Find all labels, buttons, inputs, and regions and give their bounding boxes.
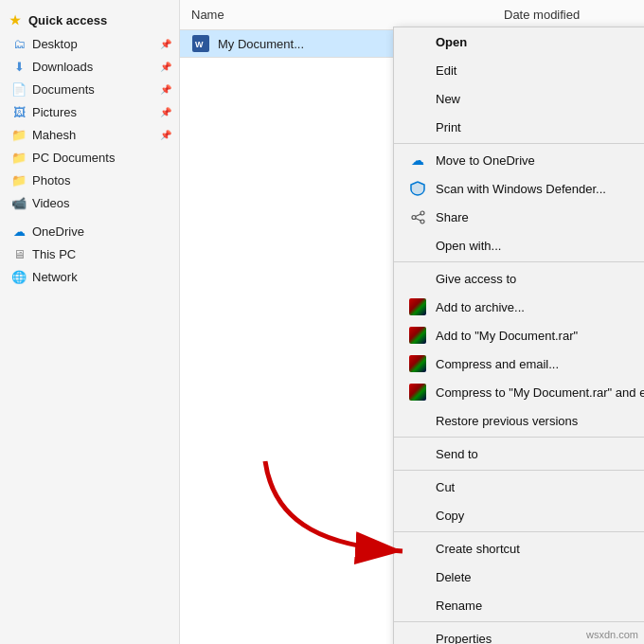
sidebar-item-photos[interactable]: 📁 Photos xyxy=(0,169,179,191)
ctx-restore-versions-label: Restore previous versions xyxy=(436,414,644,428)
sidebar-item-photos-label: Photos xyxy=(32,173,70,188)
ctx-print-icon xyxy=(409,118,426,135)
pictures-icon: 🖼 xyxy=(11,104,27,119)
sidebar-item-pictures[interactable]: 🖼 Pictures 📌 xyxy=(0,100,179,123)
sidebar-item-network[interactable]: 🌐 Network xyxy=(0,265,179,288)
main-area: Name Date modified W My Document... 27-0… xyxy=(180,0,644,644)
ctx-copy[interactable]: Copy xyxy=(394,501,644,529)
ctx-add-archive[interactable]: Add to archive... xyxy=(394,293,644,321)
file-explorer: ★ Quick access 🗂 Desktop 📌 ⬇ Downloads 📌… xyxy=(0,0,644,644)
quick-access-icon: ★ xyxy=(8,12,23,27)
ctx-sep-4 xyxy=(394,470,644,471)
sidebar-item-mahesh-label: Mahesh xyxy=(32,128,76,142)
ctx-onedrive-icon: ☁ xyxy=(409,152,426,169)
ctx-restore-versions[interactable]: Restore previous versions xyxy=(394,406,644,435)
pin-icon-downloads: 📌 xyxy=(160,62,171,72)
ctx-new[interactable]: New xyxy=(394,84,644,113)
ctx-rename[interactable]: Rename xyxy=(394,591,644,619)
pc-documents-icon: 📁 xyxy=(11,150,27,165)
videos-icon: 📹 xyxy=(11,195,27,210)
ctx-delete-icon xyxy=(409,568,426,585)
ctx-properties-icon xyxy=(409,630,426,644)
ctx-rar-icon-2 xyxy=(409,327,426,344)
ctx-share-icon xyxy=(409,208,426,225)
ctx-print-label: Print xyxy=(436,120,644,134)
sidebar-item-pc-documents-label: PC Documents xyxy=(32,151,115,165)
ctx-move-onedrive-label: Move to OneDrive xyxy=(436,153,644,168)
ctx-rename-icon xyxy=(409,597,426,614)
sidebar-item-onedrive-label: OneDrive xyxy=(32,224,84,239)
ctx-compress-email-label: Compress and email... xyxy=(436,357,644,371)
ctx-add-to-rar[interactable]: Add to "My Document.rar" xyxy=(394,321,644,349)
svg-point-4 xyxy=(420,220,424,224)
sidebar-item-downloads[interactable]: ⬇ Downloads 📌 xyxy=(0,55,179,78)
ctx-give-access[interactable]: Give access to xyxy=(394,264,644,293)
ctx-create-shortcut[interactable]: Create shortcut xyxy=(394,534,644,563)
ctx-cut-label: Cut xyxy=(436,480,644,494)
sidebar-item-desktop-label: Desktop xyxy=(32,37,78,51)
ctx-share[interactable]: Share xyxy=(394,203,644,231)
sidebar-item-videos[interactable]: 📹 Videos xyxy=(0,191,179,214)
ctx-compress-email[interactable]: Compress and email... xyxy=(394,349,644,378)
ctx-scan-defender-label: Scan with Windows Defender... xyxy=(436,182,644,196)
svg-text:W: W xyxy=(195,40,204,49)
ctx-share-label: Share xyxy=(436,210,644,224)
sidebar-section-quick-access[interactable]: ★ Quick access xyxy=(0,8,179,32)
ctx-print[interactable]: Print xyxy=(394,113,644,141)
svg-point-2 xyxy=(420,211,424,215)
ctx-send-to-icon xyxy=(409,445,426,462)
sidebar-item-desktop[interactable]: 🗂 Desktop 📌 xyxy=(0,32,179,55)
ctx-open-with-icon xyxy=(409,237,426,254)
ctx-sep-1 xyxy=(394,143,644,144)
sidebar: ★ Quick access 🗂 Desktop 📌 ⬇ Downloads 📌… xyxy=(0,0,180,644)
ctx-rar-icon-1 xyxy=(409,298,426,315)
ctx-edit[interactable]: Edit xyxy=(394,56,644,84)
ctx-open[interactable]: Open xyxy=(394,27,644,56)
ctx-delete[interactable]: Delete xyxy=(394,563,644,591)
sidebar-item-documents[interactable]: 📄 Documents 📌 xyxy=(0,78,179,100)
ctx-send-to-label: Send to xyxy=(436,447,644,461)
pin-icon-pictures: 📌 xyxy=(160,107,171,117)
svg-line-6 xyxy=(415,218,420,221)
sidebar-item-network-label: Network xyxy=(32,270,78,284)
pin-icon-mahesh: 📌 xyxy=(160,130,171,140)
context-menu: Open Edit New Print ☁ Move to OneDrive xyxy=(393,27,644,644)
ctx-new-label: New xyxy=(436,92,644,106)
word-doc-icon: W xyxy=(191,34,210,53)
sidebar-item-videos-label: Videos xyxy=(32,196,70,210)
sidebar-item-onedrive[interactable]: ☁ OneDrive xyxy=(0,220,179,242)
ctx-rar-icon-4 xyxy=(409,384,426,401)
sidebar-item-this-pc[interactable]: 🖥 This PC xyxy=(0,242,179,265)
photos-icon: 📁 xyxy=(11,172,27,188)
ctx-compress-rar-email-label: Compress to "My Document.rar" and email xyxy=(436,385,644,400)
ctx-scan-defender[interactable]: Scan with Windows Defender... xyxy=(394,174,644,203)
ctx-sep-3 xyxy=(394,437,644,438)
col-date-header: Date modified xyxy=(492,4,644,26)
ctx-send-to[interactable]: Send to xyxy=(394,439,644,468)
ctx-rename-label: Rename xyxy=(436,599,644,613)
ctx-compress-rar-email[interactable]: Compress to "My Document.rar" and email xyxy=(394,378,644,406)
svg-line-5 xyxy=(415,214,420,217)
network-icon: 🌐 xyxy=(11,269,27,284)
ctx-defender-icon xyxy=(409,180,426,197)
ctx-edit-icon xyxy=(409,62,426,79)
watermark: wsxdn.com xyxy=(586,629,638,640)
sidebar-item-pc-documents[interactable]: 📁 PC Documents xyxy=(0,146,179,169)
ctx-cut-icon xyxy=(409,478,426,495)
ctx-sep-5 xyxy=(394,531,644,532)
svg-point-3 xyxy=(412,215,416,219)
sidebar-item-mahesh[interactable]: 📁 Mahesh 📌 xyxy=(0,123,179,146)
sidebar-item-documents-label: Documents xyxy=(32,82,95,97)
ctx-rar-icon-3 xyxy=(409,355,426,372)
downloads-icon: ⬇ xyxy=(11,59,27,74)
ctx-cut[interactable]: Cut xyxy=(394,473,644,501)
ctx-open-with[interactable]: Open with... xyxy=(394,231,644,259)
ctx-open-label: Open xyxy=(436,35,644,49)
col-name-header: Name xyxy=(180,4,492,26)
ctx-add-archive-label: Add to archive... xyxy=(436,300,644,314)
desktop-icon: 🗂 xyxy=(11,36,27,51)
ctx-copy-label: Copy xyxy=(436,509,644,523)
ctx-move-onedrive[interactable]: ☁ Move to OneDrive xyxy=(394,146,644,174)
ctx-give-access-label: Give access to xyxy=(436,272,644,286)
ctx-delete-label: Delete xyxy=(436,570,644,584)
